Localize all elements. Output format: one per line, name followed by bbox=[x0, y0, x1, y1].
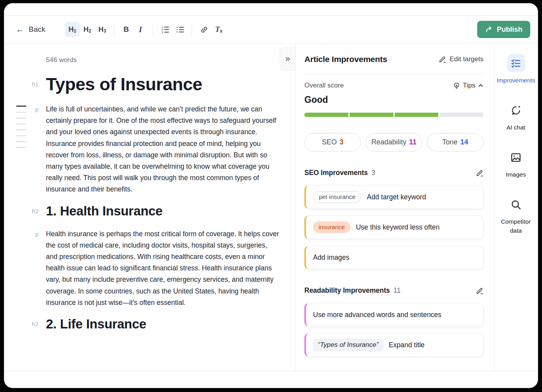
editor-blocks: h1Types of InsurancepLife is full of unc… bbox=[4, 73, 295, 333]
ai-chat-icon bbox=[507, 101, 525, 119]
seo-score-pill[interactable]: SEO3 bbox=[304, 133, 361, 151]
document-outline-minimap[interactable] bbox=[16, 106, 26, 153]
sidebar-item-improvements[interactable]: Improvements bbox=[494, 54, 538, 85]
bold-button[interactable]: B bbox=[119, 22, 134, 37]
link-button[interactable] bbox=[196, 22, 211, 37]
pill-count: 14 bbox=[460, 138, 468, 146]
pencil-icon bbox=[438, 55, 446, 63]
publish-arrow-icon bbox=[485, 26, 493, 33]
improvement-card[interactable]: “Types of Insurance”Expand title bbox=[304, 333, 483, 357]
collapse-panel-button[interactable]: » bbox=[280, 47, 295, 71]
progress-segment-empty bbox=[439, 113, 483, 117]
editor-block-p[interactable]: pLife is full of uncertainties, and whil… bbox=[4, 104, 295, 195]
progress-segment-filled bbox=[350, 113, 394, 117]
edit-targets-label: Edit targets bbox=[450, 55, 483, 63]
competitor-search-icon bbox=[507, 195, 525, 213]
minimap-line bbox=[16, 135, 26, 136]
link-icon bbox=[200, 26, 208, 34]
block-type-label: h1 bbox=[4, 73, 46, 95]
section-header: SEO Improvements3 bbox=[304, 169, 483, 177]
divider bbox=[304, 74, 483, 74]
clear-format-sub: x bbox=[220, 28, 223, 34]
toolbar-divider bbox=[192, 23, 192, 36]
section-count: 3 bbox=[371, 169, 375, 177]
publish-button[interactable]: Publish bbox=[477, 21, 530, 38]
score-progress-bar bbox=[304, 113, 483, 117]
panel-title: Article Improvements bbox=[304, 55, 387, 64]
h3-label: H bbox=[98, 26, 103, 34]
italic-button[interactable]: I bbox=[134, 22, 148, 37]
editor-block-h2[interactable]: h22. Life Insurance bbox=[4, 315, 295, 333]
improvement-text: Add images bbox=[313, 253, 349, 262]
h2-sub-label: 2 bbox=[88, 28, 91, 34]
toolbar-divider bbox=[153, 23, 153, 36]
word-count: 546 words bbox=[46, 56, 295, 64]
pill-label: SEO bbox=[322, 138, 337, 146]
pill-count: 3 bbox=[340, 138, 344, 146]
window-bottom-strip bbox=[4, 371, 538, 388]
section-count: 11 bbox=[394, 286, 401, 295]
svg-text:3: 3 bbox=[161, 31, 163, 33]
readability-score-pill[interactable]: Readability11 bbox=[366, 133, 422, 151]
pill-label: Readability bbox=[371, 138, 406, 146]
improvement-text: Use more advanced words and sentences bbox=[313, 311, 441, 319]
ordered-list-button[interactable]: 123 bbox=[157, 22, 172, 37]
edit-targets-button[interactable]: Edit targets bbox=[438, 55, 483, 63]
section-title: SEO Improvements bbox=[304, 169, 368, 177]
keyword-tag: pet insurance bbox=[313, 191, 361, 203]
h2-button[interactable]: H2 bbox=[80, 22, 95, 37]
sidebar-item-ai-chat[interactable]: AI chat bbox=[494, 101, 538, 132]
improvement-text: Add target keyword bbox=[367, 193, 426, 201]
progress-segment-filled bbox=[304, 113, 348, 117]
keyword-tag: “Types of Insurance” bbox=[313, 339, 383, 351]
checklist-icon bbox=[507, 54, 525, 72]
lightbulb-icon bbox=[453, 82, 460, 89]
tips-toggle[interactable]: Tips bbox=[453, 82, 484, 89]
back-button[interactable]: ← Back bbox=[12, 23, 49, 36]
improvement-text: Use this keyword less often bbox=[356, 223, 439, 232]
improvement-sections: SEO Improvements3pet insuranceAdd target… bbox=[304, 169, 483, 357]
sidebar-item-label: Competitor data bbox=[497, 217, 535, 235]
sidebar-item-images[interactable]: Images bbox=[494, 148, 538, 179]
bold-glyph: B bbox=[123, 25, 129, 34]
block-text: Health insurance is perhaps the most cri… bbox=[46, 228, 279, 308]
block-text: Life is full of uncertainties, and while… bbox=[46, 104, 279, 195]
block-text: 1. Health Insurance bbox=[46, 202, 279, 220]
editor-toolbar: ← Back H1H2H3BI123Tx Publish bbox=[4, 16, 538, 44]
article-improvements-panel: Article Improvements Edit targets Overal… bbox=[296, 44, 494, 371]
minimap-line bbox=[16, 147, 26, 148]
editor-block-p[interactable]: pHealth insurance is perhaps the most cr… bbox=[4, 228, 295, 308]
window-top-strip bbox=[4, 4, 538, 16]
back-arrow-icon: ← bbox=[16, 25, 24, 34]
editor-block-h1[interactable]: h1Types of Insurance bbox=[4, 73, 295, 95]
clear-format-icon: T bbox=[215, 25, 220, 34]
editor-block-h2[interactable]: h21. Health Insurance bbox=[4, 202, 295, 220]
minimap-line bbox=[16, 106, 26, 107]
improvement-card[interactable]: Use more advanced words and sentences bbox=[304, 303, 483, 326]
bullet-list-button[interactable] bbox=[172, 22, 187, 37]
block-type-label: h2 bbox=[4, 315, 46, 333]
clear-format-button[interactable]: Tx bbox=[211, 22, 226, 37]
sidebar-item-label: AI chat bbox=[505, 123, 526, 132]
bullet-list-icon bbox=[176, 25, 185, 34]
tips-label: Tips bbox=[463, 82, 476, 89]
improvement-card[interactable]: insuranceUse this keyword less often bbox=[304, 215, 483, 239]
h1-button[interactable]: H1 bbox=[65, 22, 80, 37]
pill-count: 11 bbox=[409, 138, 417, 146]
h3-button[interactable]: H3 bbox=[95, 22, 110, 37]
publish-label: Publish bbox=[497, 26, 522, 34]
pencil-icon[interactable] bbox=[476, 287, 483, 295]
pencil-icon[interactable] bbox=[476, 169, 483, 177]
section-title: Readability Improvements bbox=[304, 286, 390, 295]
section-header: Readability Improvements11 bbox=[304, 286, 483, 295]
tone-score-pill[interactable]: Tone14 bbox=[427, 133, 483, 151]
pill-label: Tone bbox=[442, 138, 458, 146]
improvement-card[interactable]: pet insuranceAdd target keyword bbox=[304, 185, 483, 209]
chevron-up-icon bbox=[478, 83, 483, 88]
minimap-line bbox=[16, 129, 26, 130]
document-editor[interactable]: 546 words h1Types of InsurancepLife is f… bbox=[4, 44, 296, 371]
h1-label: H bbox=[68, 26, 73, 34]
app-window: ← Back H1H2H3BI123Tx Publish 546 words h… bbox=[4, 3, 538, 388]
sidebar-item-competitor-data[interactable]: Competitor data bbox=[494, 195, 538, 235]
improvement-card[interactable]: Add images bbox=[304, 246, 483, 269]
